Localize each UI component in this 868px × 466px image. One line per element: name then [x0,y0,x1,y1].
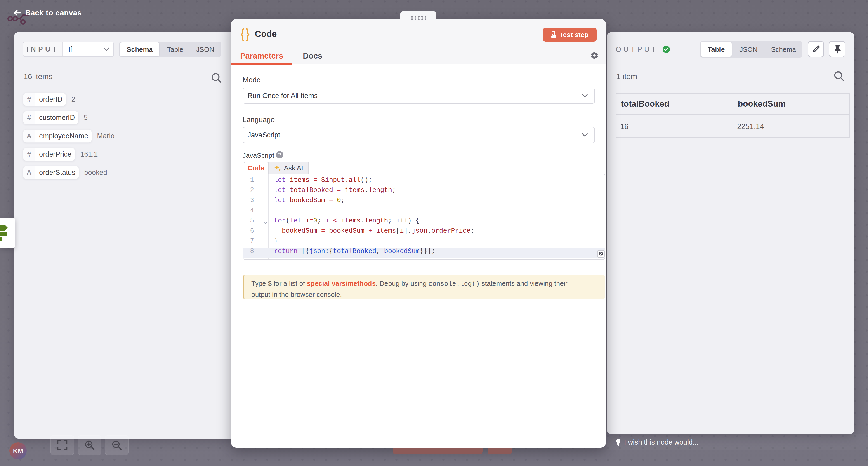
svg-text:?: ? [278,152,281,158]
